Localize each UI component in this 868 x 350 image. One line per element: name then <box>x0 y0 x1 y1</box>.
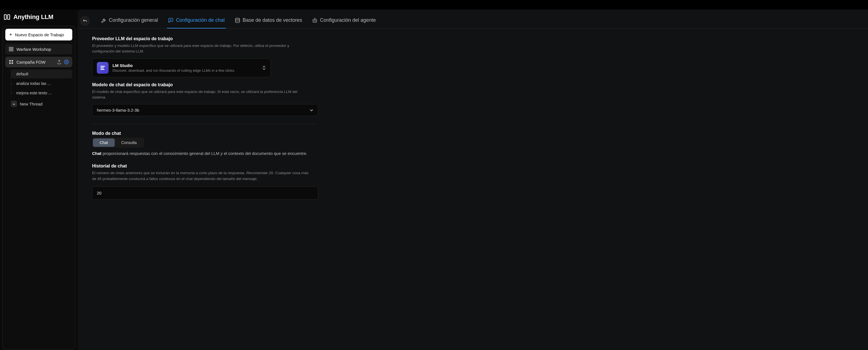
robot-icon <box>312 18 318 23</box>
provider-selector[interactable]: LM Studio Discover, download, and run th… <box>92 58 271 77</box>
svg-point-10 <box>66 61 67 63</box>
chatmode-title: Modo de chat <box>92 131 398 136</box>
svg-point-16 <box>314 20 314 21</box>
history-desc: El número de chats anteriores que se inc… <box>92 170 313 182</box>
svg-rect-7 <box>12 60 13 61</box>
svg-rect-3 <box>12 47 13 49</box>
tab-vectordb-label: Base de datos de vectores <box>243 17 302 23</box>
svg-rect-14 <box>313 19 317 22</box>
history-desc-p1: El número de chats anteriores que se inc… <box>92 171 246 175</box>
chatmode-desc-bold: Chat <box>92 151 101 156</box>
new-workspace-label: Nuevo Espacio de Trabajo <box>15 32 64 37</box>
grid-icon <box>9 59 14 64</box>
svg-rect-5 <box>12 50 13 51</box>
brand-logo-icon <box>3 13 10 21</box>
model-title: Modelo de chat del espacio de trabajo <box>92 82 398 87</box>
brand-name: Anything LLM <box>13 13 53 21</box>
workspace-label: Campaña FOW <box>17 60 54 64</box>
settings-content: Proveedor LLM del espacio de trabajo El … <box>78 29 412 208</box>
provider-text: LM Studio Discover, download, and run th… <box>113 63 258 72</box>
chatmode-chat-button[interactable]: Chat <box>93 138 115 147</box>
provider-subtitle: Discover, download, and run thousands of… <box>113 68 258 72</box>
tab-agent[interactable]: Configuración del agente <box>311 13 377 28</box>
wrench-icon <box>101 18 106 23</box>
workspace-item-campana[interactable]: Campaña FOW <box>5 57 72 67</box>
chatmode-query-button[interactable]: Consulta <box>115 138 144 147</box>
svg-rect-6 <box>9 60 10 61</box>
database-icon <box>235 18 240 23</box>
svg-rect-1 <box>7 14 10 19</box>
svg-rect-9 <box>12 63 13 64</box>
svg-rect-2 <box>9 47 10 49</box>
chatmode-desc-italic: y <box>220 151 223 156</box>
tab-general[interactable]: Configuración general <box>100 13 159 28</box>
provider-desc: El proveedor y modelo LLM específico que… <box>92 43 310 55</box>
tab-chat-label: Configuración de chat <box>176 17 225 23</box>
model-desc: El modelo de chat específico que se util… <box>92 89 310 100</box>
chatmode-desc-p1: proporcionará respuestas con el conocimi… <box>101 151 220 156</box>
svg-rect-20 <box>100 69 104 70</box>
new-workspace-button[interactable]: + Nuevo Espacio de Trabajo <box>5 29 72 40</box>
window-topbar <box>0 0 868 9</box>
chatmode-desc: Chat proporcionará respuestas con el con… <box>92 151 398 156</box>
settings-tabbar: Configuración general Configuración de c… <box>78 13 868 29</box>
svg-point-15 <box>315 18 315 19</box>
updown-icon <box>262 66 266 70</box>
lmstudio-logo-icon <box>97 62 108 74</box>
workspace-item-warfare[interactable]: Warfare Workshop <box>5 44 72 55</box>
svg-rect-0 <box>4 14 6 19</box>
app-root: Anything LLM + Nuevo Espacio de Trabajo … <box>0 0 868 350</box>
workspace-label: Warfare Workshop <box>17 47 69 52</box>
main: Configuración general Configuración de c… <box>78 0 868 350</box>
thread-item-1[interactable]: analiza todas las ... <box>11 79 72 88</box>
thread-list: default analiza todas las ... mejora est… <box>11 69 72 97</box>
chat-icon <box>168 18 174 23</box>
chatmode-segment: Chat Consulta <box>92 137 144 148</box>
plus-icon: + <box>9 32 12 37</box>
chevron-down-icon <box>310 108 313 113</box>
history-input[interactable] <box>92 186 318 199</box>
history-title: Historial de chat <box>92 164 398 168</box>
upload-icon[interactable] <box>57 59 62 64</box>
svg-rect-18 <box>100 66 105 67</box>
chatmode-desc-p2: el contexto del documento que se encuent… <box>223 151 308 156</box>
plus-icon: + <box>11 101 17 107</box>
provider-title: Proveedor LLM del espacio de trabajo <box>92 36 398 41</box>
tab-agent-label: Configuración del agente <box>320 17 376 23</box>
brand: Anything LLM <box>0 9 78 26</box>
svg-rect-19 <box>100 67 104 68</box>
svg-point-17 <box>315 20 316 21</box>
new-thread-button[interactable]: + New Thread <box>5 98 72 108</box>
tab-general-label: Configuración general <box>109 17 158 23</box>
history-desc-rec: Recomendar 20. <box>246 171 274 175</box>
divider <box>92 124 318 124</box>
provider-name: LM Studio <box>113 63 258 68</box>
thread-item-default[interactable]: default <box>11 69 72 78</box>
tab-vectordb[interactable]: Base de datos de vectores <box>234 13 303 28</box>
svg-point-13 <box>236 18 240 19</box>
main-panel: Configuración general Configuración de c… <box>78 9 868 350</box>
tab-chat[interactable]: Configuración de chat <box>167 13 226 28</box>
model-select[interactable]: hermes-3-llama-3.2-3b <box>92 104 318 116</box>
svg-rect-4 <box>9 50 10 51</box>
workspace-actions <box>57 59 69 64</box>
back-button[interactable] <box>80 16 90 26</box>
sidebar-panel: + Nuevo Espacio de Trabajo Warfare Works… <box>2 26 75 350</box>
new-thread-label: New Thread <box>20 102 42 106</box>
sidebar: Anything LLM + Nuevo Espacio de Trabajo … <box>0 0 78 350</box>
thread-item-2[interactable]: mejora este texto ... <box>11 89 72 97</box>
grid-icon <box>9 46 14 52</box>
svg-rect-8 <box>9 63 10 64</box>
gear-icon[interactable] <box>64 59 69 64</box>
model-value: hermes-3-llama-3.2-3b <box>97 108 139 113</box>
